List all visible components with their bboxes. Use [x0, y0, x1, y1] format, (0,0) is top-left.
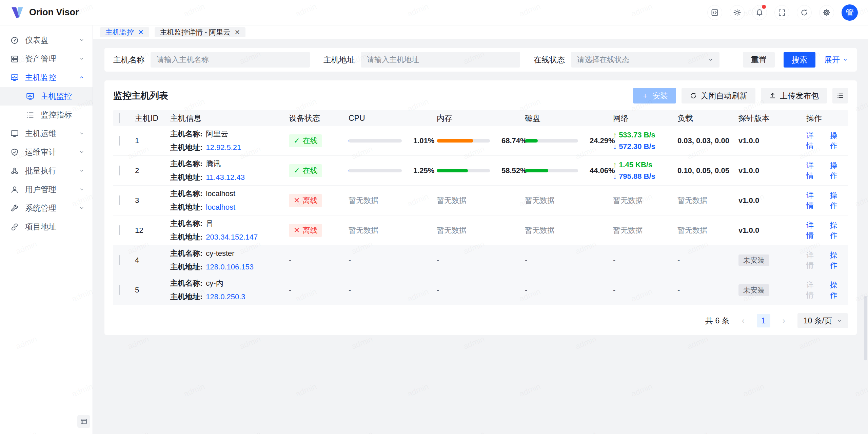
not-installed-badge: 未安装	[738, 254, 769, 266]
host-addr-link[interactable]: 12.92.5.21	[206, 143, 241, 152]
sidebar-item-project-link[interactable]: 项目地址	[0, 218, 93, 236]
host-name-label: 主机名称:	[170, 129, 202, 139]
expand-link[interactable]: 展开	[824, 55, 848, 65]
row-checkbox[interactable]	[119, 166, 120, 175]
sidebar-item-dashboard[interactable]: 仪表盘	[0, 31, 93, 50]
sidebar-item-label: 项目地址	[25, 222, 84, 232]
host-addr-link[interactable]: 128.0.250.3	[206, 293, 245, 301]
host-addr-label: 主机地址:	[170, 172, 202, 183]
tab-label: 主机监控	[105, 27, 134, 37]
sidebar-item-system-mgmt[interactable]: 系统管理	[0, 199, 93, 218]
host-name: cy-内	[206, 278, 223, 288]
upload-package-button[interactable]: 上传发布包	[761, 88, 827, 103]
chevron-down-icon	[79, 185, 84, 194]
search-button[interactable]: 搜索	[784, 52, 815, 68]
tab-host-monitor[interactable]: 主机监控 ✕	[100, 27, 149, 37]
host-id: 3	[135, 196, 170, 205]
sidebar-item-assets[interactable]: 资产管理	[0, 50, 93, 68]
memory-metric: 58.52%	[437, 166, 525, 175]
row-checkbox[interactable]	[119, 255, 120, 265]
reset-button[interactable]: 重置	[743, 52, 775, 68]
action-link[interactable]: 操作	[830, 250, 845, 270]
host-id: 4	[135, 256, 170, 265]
code-button[interactable]	[707, 5, 722, 20]
settings-button[interactable]	[819, 5, 834, 20]
tab-host-monitor-detail[interactable]: 主机监控详情 - 阿里云 ✕	[155, 27, 245, 37]
memory-dash: -	[437, 256, 525, 265]
app-logo[interactable]: Orion Visor	[10, 5, 79, 20]
install-button[interactable]: ＋ 安装	[633, 88, 676, 103]
online-status-select[interactable]: 请选择在线状态	[571, 52, 719, 68]
tab-close-icon[interactable]: ✕	[138, 29, 144, 36]
memory-bar	[437, 139, 490, 143]
host-addr-link[interactable]: 128.0.106.153	[206, 263, 254, 271]
chevron-down-icon	[843, 57, 848, 62]
detail-link[interactable]: 详情	[806, 220, 821, 241]
row-checkbox[interactable]	[119, 285, 120, 295]
disk-no-data: 暂无数据	[525, 195, 613, 206]
sidebar-collapse-button[interactable]	[77, 415, 90, 428]
row-checkbox[interactable]	[119, 136, 120, 146]
detail-link[interactable]: 详情	[806, 161, 821, 181]
sidebar-subitem-metrics[interactable]: 监控指标	[0, 106, 93, 124]
theme-button[interactable]	[730, 5, 745, 20]
host-name: cy-tester	[206, 249, 234, 258]
check-icon: ✓	[294, 136, 300, 145]
action-link[interactable]: 操作	[830, 280, 845, 300]
detail-link[interactable]: 详情	[806, 190, 821, 211]
sidebar-item-user-mgmt[interactable]: 用户管理	[0, 180, 93, 199]
host-id: 5	[135, 286, 170, 295]
host-addr-link[interactable]: 203.34.152.147	[206, 233, 258, 242]
fullscreen-button[interactable]	[774, 5, 789, 20]
host-addr-link[interactable]: localhost	[206, 203, 235, 212]
refresh-button[interactable]	[797, 5, 812, 20]
check-icon: ✓	[294, 166, 300, 175]
select-all-checkbox[interactable]	[119, 113, 120, 123]
cpu-metric: 1.25%	[349, 166, 437, 175]
host-name-input[interactable]	[151, 52, 310, 68]
host-info: 主机名称:腾讯 主机地址:11.43.12.43	[170, 159, 289, 183]
avatar[interactable]: 管	[842, 4, 858, 21]
action-link[interactable]: 操作	[830, 131, 845, 151]
prev-page-button[interactable]: ‹	[736, 314, 750, 327]
page-number[interactable]: 1	[757, 314, 770, 327]
col-device-status: 设备状态	[289, 113, 349, 124]
chevron-down-icon	[837, 318, 842, 323]
host-name-label: 主机名称:	[170, 248, 202, 259]
sidebar-item-batch-exec[interactable]: 批量执行	[0, 162, 93, 180]
page-size-select[interactable]: 10 条/页	[797, 313, 848, 328]
online-status-field: 在线状态 请选择在线状态	[534, 52, 719, 68]
notifications-button[interactable]	[752, 5, 767, 20]
sidebar-item-host-monitor[interactable]: 主机监控	[0, 68, 93, 87]
host-addr-input[interactable]	[361, 52, 520, 68]
load-dash: -	[677, 256, 738, 265]
sidebar-item-ops-audit[interactable]: 运维审计	[0, 143, 93, 162]
action-link[interactable]: 操作	[830, 161, 845, 181]
host-addr-link[interactable]: 11.43.12.43	[206, 173, 245, 182]
load-no-data: 暂无数据	[677, 225, 738, 235]
auto-refresh-button[interactable]: 关闭自动刷新	[682, 88, 755, 103]
sun-icon	[733, 8, 741, 17]
action-link[interactable]: 操作	[830, 220, 845, 241]
sidebar-item-host-ops[interactable]: 主机运维	[0, 124, 93, 143]
detail-link[interactable]: 详情	[806, 131, 821, 151]
memory-no-data: 暂无数据	[437, 225, 525, 235]
pagination-total: 共 6 条	[705, 316, 730, 326]
tab-close-icon[interactable]: ✕	[234, 29, 240, 36]
row-checkbox[interactable]	[119, 225, 120, 235]
sidebar-subitem-label: 主机监控	[41, 91, 72, 101]
table-row: 2 主机名称:腾讯 主机地址:11.43.12.43 ✓在线 1.25% 58.…	[113, 156, 848, 186]
table-header-bar: 监控主机列表 ＋ 安装 关闭自动刷新 上传发布包	[113, 88, 848, 103]
disk-dash: -	[525, 256, 613, 265]
action-link[interactable]: 操作	[830, 190, 845, 211]
host-addr-label: 主机地址:	[170, 143, 202, 153]
row-checkbox[interactable]	[119, 195, 120, 205]
scrollbar-thumb[interactable]	[864, 296, 867, 360]
col-memory: 内存	[437, 113, 525, 124]
sidebar-subitem-host-monitor[interactable]: 主机监控	[0, 87, 93, 106]
next-page-button[interactable]: ›	[777, 314, 791, 327]
chevron-down-icon	[708, 57, 713, 62]
column-settings-button[interactable]	[832, 88, 848, 103]
not-installed-badge: 未安装	[738, 284, 769, 296]
sidebar-item-label: 批量执行	[25, 166, 73, 176]
